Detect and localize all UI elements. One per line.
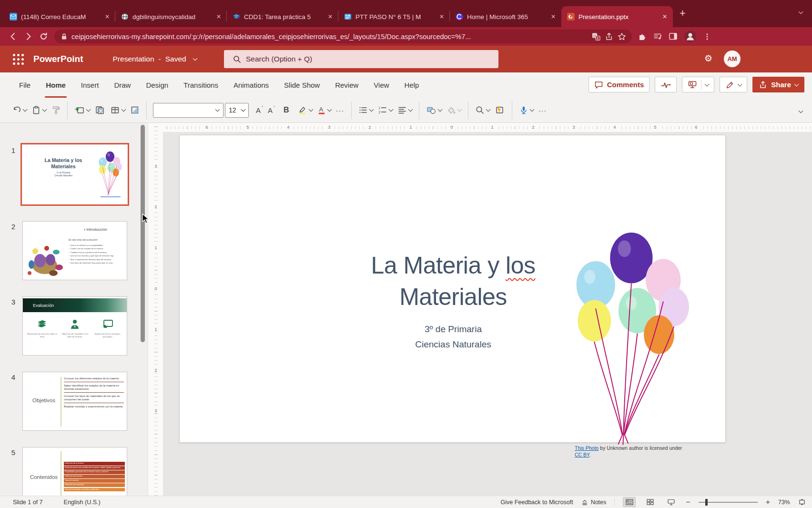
- back-icon[interactable]: [9, 32, 18, 41]
- extensions-puzzle-icon[interactable]: [638, 32, 647, 41]
- slide-thumbnail-5[interactable]: Contenidos Definición de la materia Defi…: [22, 447, 127, 496]
- present-chevron-icon[interactable]: [705, 81, 710, 86]
- share-button[interactable]: Share: [752, 77, 804, 92]
- browser-tab-presentation-active[interactable]: Presentation.pptx ✕: [561, 6, 673, 27]
- search-input[interactable]: Search (Option + Q): [224, 50, 498, 68]
- tab-draw[interactable]: Draw: [106, 72, 138, 98]
- forward-icon[interactable]: [24, 32, 33, 41]
- bookmark-star-icon[interactable]: [618, 32, 626, 41]
- settings-gear-icon[interactable]: ⚙: [704, 53, 712, 63]
- font-size-select[interactable]: 12: [225, 103, 249, 118]
- align-button[interactable]: [395, 102, 415, 119]
- fill-chevron-icon[interactable]: [457, 107, 462, 112]
- side-panel-icon[interactable]: [669, 32, 678, 41]
- slideshow-view-button[interactable]: [665, 497, 678, 507]
- numbering-button[interactable]: 12: [376, 102, 395, 119]
- close-tab-icon[interactable]: ✕: [104, 13, 111, 20]
- feedback-link[interactable]: Give Feedback to Microsoft: [500, 499, 573, 506]
- undo-chevron-icon[interactable]: [23, 107, 28, 112]
- close-tab-icon[interactable]: ✕: [327, 13, 334, 20]
- browser-menu-kebab-icon[interactable]: [703, 32, 711, 41]
- document-title-chevron-icon[interactable]: [193, 56, 197, 61]
- more-font-options-button[interactable]: ···: [334, 102, 347, 119]
- find-button[interactable]: [473, 102, 492, 119]
- thumbnail-scrollbar[interactable]: [141, 125, 145, 342]
- shapes-button[interactable]: [424, 102, 444, 119]
- new-slide-button[interactable]: [72, 102, 92, 119]
- zoom-slider[interactable]: [699, 502, 758, 503]
- app-launcher-waffle-icon[interactable]: [9, 50, 28, 69]
- slide-subtitle-grade[interactable]: 3º de Primaria: [319, 324, 588, 335]
- language-selector[interactable]: English (U.S.): [64, 499, 101, 506]
- balloons-image[interactable]: [569, 228, 689, 446]
- draw-pen-button-group[interactable]: [720, 77, 747, 92]
- fit-to-window-icon[interactable]: [798, 498, 806, 506]
- save-status[interactable]: Saved: [165, 55, 186, 63]
- font-color-chevron-icon[interactable]: [327, 107, 332, 112]
- normal-view-button[interactable]: [623, 497, 636, 507]
- shape-fill-button[interactable]: [444, 102, 464, 119]
- font-color-button[interactable]: A: [315, 102, 334, 119]
- tab-slide-show[interactable]: Slide Show: [276, 72, 327, 98]
- tab-animations[interactable]: Animations: [226, 72, 276, 98]
- tab-file[interactable]: File: [11, 72, 38, 98]
- close-tab-icon[interactable]: ✕: [215, 13, 222, 20]
- more-commands-button[interactable]: ···: [536, 102, 549, 119]
- slide-thumbnail-1[interactable]: La Materia y losMateriales 3º de Primari…: [22, 145, 127, 204]
- tab-help[interactable]: Help: [397, 72, 427, 98]
- app-name[interactable]: PowerPoint: [33, 54, 83, 64]
- highlight-color-button[interactable]: [295, 102, 315, 119]
- slide-subtitle-subject[interactable]: Ciencias Naturales: [319, 339, 588, 350]
- zoom-slider-handle[interactable]: [705, 499, 708, 506]
- media-queue-icon[interactable]: [653, 32, 662, 41]
- zoom-out-button[interactable]: −: [686, 498, 690, 507]
- close-tab-icon[interactable]: ✕: [550, 13, 557, 20]
- slide-thumbnail-2[interactable]: • Introducción En este tema vais a descu…: [22, 221, 127, 280]
- reload-icon[interactable]: [39, 32, 48, 41]
- zoom-in-button[interactable]: +: [766, 498, 770, 507]
- translate-icon[interactable]: G: [592, 32, 600, 41]
- catch-up-button[interactable]: [655, 77, 677, 92]
- close-tab-icon[interactable]: ✕: [661, 13, 668, 20]
- numbering-chevron-icon[interactable]: [388, 107, 393, 112]
- paste-button[interactable]: [29, 102, 49, 119]
- tab-view[interactable]: View: [366, 72, 396, 98]
- browser-tab-m365-home[interactable]: Home | Microsoft 365 ✕: [450, 6, 561, 27]
- shapes-chevron-icon[interactable]: [437, 107, 442, 112]
- new-slide-chevron-icon[interactable]: [86, 107, 91, 112]
- font-name-select[interactable]: [153, 103, 223, 118]
- comments-button[interactable]: Comments: [589, 77, 650, 92]
- tab-home[interactable]: Home: [38, 72, 73, 98]
- tab-transitions[interactable]: Transitions: [176, 72, 226, 98]
- slide-thumbnail-3[interactable]: Evaluación Realización de ejercicios sob…: [22, 296, 127, 356]
- table-chevron-icon[interactable]: [122, 107, 126, 112]
- format-painter-button[interactable]: [49, 102, 63, 119]
- slide-editing-surface[interactable]: La Materia y los Materiales 3º de Primar…: [179, 135, 726, 443]
- slide-title[interactable]: La Materia y los Materiales: [319, 250, 588, 313]
- grow-font-button[interactable]: Aˆ: [254, 102, 265, 119]
- highlight-chevron-icon[interactable]: [308, 107, 313, 112]
- tab-overflow-chevron-icon[interactable]: [799, 10, 803, 14]
- browser-tab-ptt[interactable]: PTT PASO N° 6 T5 | M ✕: [338, 6, 450, 27]
- table-button[interactable]: [108, 102, 128, 119]
- bullets-button[interactable]: [356, 102, 376, 119]
- editing-canvas[interactable]: 6 5 4 3 2 1 0 1 2 3 4 5 6 La Materia y l…: [163, 123, 812, 496]
- tab-review[interactable]: Review: [327, 72, 366, 98]
- undo-button[interactable]: [10, 102, 29, 119]
- attribution-link-license[interactable]: CC BY: [575, 452, 589, 457]
- document-title-group[interactable]: Presentation - Saved: [113, 55, 197, 63]
- account-avatar[interactable]: AM: [724, 51, 741, 67]
- bullets-chevron-icon[interactable]: [369, 107, 374, 112]
- picture-placeholder-button[interactable]: [128, 102, 142, 119]
- align-chevron-icon[interactable]: [408, 107, 413, 112]
- slide-thumbnail-4[interactable]: Objetivos Conocer los diferentes estados…: [22, 372, 127, 431]
- browser-tab-dgbilinguismo[interactable]: dgbilinguismoycalidad ✕: [115, 6, 227, 27]
- present-button-group[interactable]: [682, 77, 714, 92]
- address-url-field[interactable]: ceipjosehierrorivas-my.sharepoint.com/:p…: [54, 30, 632, 43]
- attribution-link-photo[interactable]: This Photo: [575, 445, 599, 451]
- browser-tab-mail[interactable]: (1148) Correo EducaM ✕: [4, 6, 115, 27]
- designer-button[interactable]: [492, 102, 508, 119]
- pen-chevron-icon[interactable]: [738, 81, 742, 86]
- find-chevron-icon[interactable]: [486, 107, 490, 112]
- new-tab-button[interactable]: +: [673, 6, 691, 27]
